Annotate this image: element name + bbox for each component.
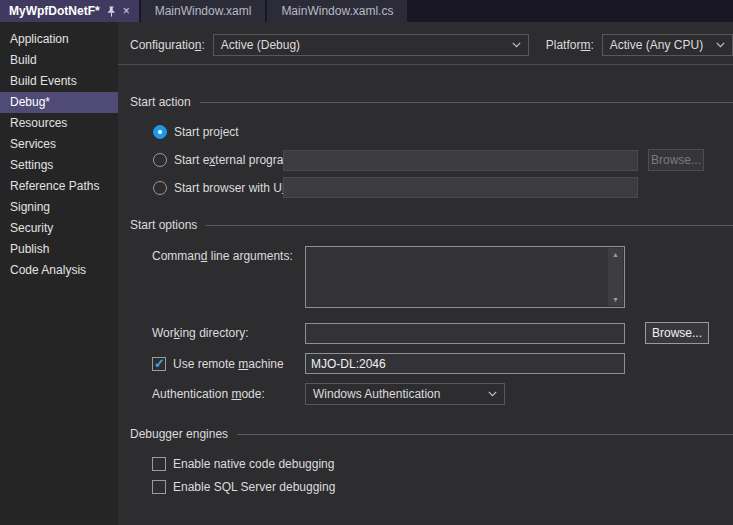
debugger-engines-section-header: Debugger engines [130, 427, 733, 441]
sidebar-item-code-analysis[interactable]: Code Analysis [0, 260, 118, 281]
close-icon[interactable]: × [123, 5, 130, 17]
native-debugging-row: Enable native code debugging [130, 457, 733, 471]
debugger-engines-title: Debugger engines [130, 427, 228, 441]
command-line-label: Command line arguments: [152, 246, 305, 263]
authentication-mode-label: Authentication mode: [152, 387, 305, 401]
sidebar-item-security[interactable]: Security [0, 218, 118, 239]
start-external-label: Start external program: [174, 153, 297, 167]
sql-debugging-option: Enable SQL Server debugging [152, 480, 335, 494]
sidebar-item-signing[interactable]: Signing [0, 197, 118, 218]
section-rule [206, 225, 733, 226]
tab-mainwindow-xaml[interactable]: MainWindow.xaml [141, 0, 266, 22]
sidebar-item-application[interactable]: Application [0, 29, 118, 50]
start-project-label: Start project [174, 125, 239, 139]
tab-mainwindow-xaml-cs[interactable]: MainWindow.xaml.cs [267, 0, 407, 22]
scroll-down-icon[interactable]: ▼ [612, 293, 619, 306]
start-project-option: Start project [153, 125, 283, 139]
start-project-radio[interactable] [153, 125, 167, 139]
debug-page-content: Configuration: Active (Debug) Platform: … [118, 22, 733, 525]
sidebar-item-build-events[interactable]: Build Events [0, 71, 118, 92]
sidebar-item-publish[interactable]: Publish [0, 239, 118, 260]
browse-external-button[interactable]: Browse... [648, 149, 704, 171]
configuration-bar: Configuration: Active (Debug) Platform: … [130, 33, 733, 56]
remote-machine-input[interactable] [305, 353, 625, 374]
use-remote-machine-checkbox[interactable] [152, 357, 166, 371]
chevron-down-icon [488, 391, 497, 397]
properties-sidebar: Application Build Build Events Debug* Re… [0, 22, 118, 525]
start-browser-radio[interactable] [153, 181, 167, 195]
start-browser-option: Start browser with URL: [153, 181, 283, 195]
chevron-down-icon [512, 42, 521, 48]
properties-body: Application Build Build Events Debug* Re… [0, 22, 733, 525]
start-external-radio[interactable] [153, 153, 167, 167]
start-browser-url-input[interactable] [283, 177, 638, 198]
sql-debugging-row: Enable SQL Server debugging [130, 480, 733, 494]
start-options-title: Start options [130, 218, 197, 232]
working-directory-label: Working directory: [152, 326, 305, 340]
configuration-dropdown[interactable]: Active (Debug) [213, 34, 529, 56]
working-directory-input[interactable] [305, 323, 625, 344]
chevron-down-icon [716, 42, 725, 48]
pin-icon[interactable] [107, 6, 116, 17]
enable-sql-debugging-label: Enable SQL Server debugging [173, 480, 335, 494]
section-rule [237, 434, 733, 435]
platform-label: Platform: [546, 38, 594, 52]
working-directory-row: Working directory: Browse... [130, 322, 733, 344]
sidebar-item-settings[interactable]: Settings [0, 155, 118, 176]
sidebar-item-reference-paths[interactable]: Reference Paths [0, 176, 118, 197]
configuration-value: Active (Debug) [221, 38, 300, 52]
use-remote-machine-label: Use remote machine [173, 357, 284, 371]
tab-label: MainWindow.xaml.cs [281, 4, 393, 18]
enable-sql-debugging-checkbox[interactable] [152, 480, 166, 494]
sidebar-item-services[interactable]: Services [0, 134, 118, 155]
start-action-title: Start action [130, 95, 191, 109]
scroll-up-icon[interactable]: ▲ [612, 248, 619, 261]
authentication-mode-row: Authentication mode: Windows Authenticat… [130, 383, 733, 405]
authentication-mode-dropdown[interactable]: Windows Authentication [305, 383, 505, 405]
start-external-program-input[interactable] [283, 150, 638, 171]
configuration-separator [118, 64, 733, 65]
remote-machine-row: Use remote machine [130, 353, 733, 374]
tab-project-properties[interactable]: MyWpfDotNetF* × [0, 0, 139, 22]
start-browser-row: Start browser with URL: [130, 177, 733, 198]
platform-value: Active (Any CPU) [610, 38, 703, 52]
configuration-label: Configuration: [130, 38, 205, 52]
start-action-section-header: Start action [130, 95, 733, 109]
native-debugging-option: Enable native code debugging [152, 457, 334, 471]
sidebar-item-build[interactable]: Build [0, 50, 118, 71]
enable-native-debugging-checkbox[interactable] [152, 457, 166, 471]
tab-label: MainWindow.xaml [155, 4, 252, 18]
vertical-scrollbar[interactable]: ▲ ▼ [608, 248, 623, 306]
start-external-option: Start external program: [153, 153, 283, 167]
platform-dropdown[interactable]: Active (Any CPU) [602, 34, 733, 56]
authentication-mode-value: Windows Authentication [313, 387, 440, 401]
document-tab-strip: MyWpfDotNetF* × MainWindow.xaml MainWind… [0, 0, 733, 22]
enable-native-debugging-label: Enable native code debugging [173, 457, 334, 471]
browse-working-directory-button[interactable]: Browse... [645, 322, 709, 344]
sidebar-item-resources[interactable]: Resources [0, 113, 118, 134]
use-remote-machine-option: Use remote machine [152, 357, 305, 371]
start-options-section-header: Start options [130, 218, 733, 232]
vs-project-properties-window: MyWpfDotNetF* × MainWindow.xaml MainWind… [0, 0, 733, 525]
start-project-row: Start project [130, 125, 733, 139]
section-rule [200, 102, 733, 103]
command-line-row: Command line arguments: ▲ ▼ [130, 246, 733, 308]
tab-label: MyWpfDotNetF* [9, 4, 100, 18]
start-browser-label: Start browser with URL: [174, 181, 301, 195]
command-line-arguments-input[interactable]: ▲ ▼ [305, 246, 625, 308]
start-external-row: Start external program: Browse... [130, 149, 733, 171]
sidebar-item-debug[interactable]: Debug* [0, 92, 118, 113]
